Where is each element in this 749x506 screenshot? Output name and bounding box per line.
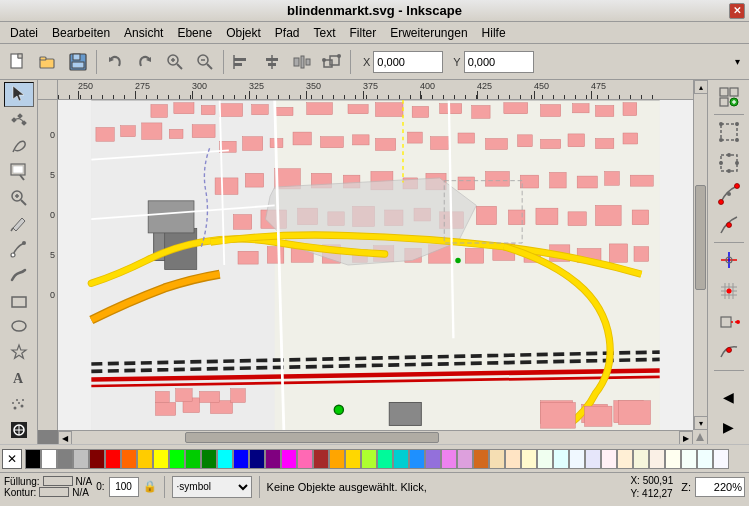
color-swatch-item[interactable]: [601, 449, 617, 469]
zoom-input[interactable]: [695, 477, 745, 497]
color-swatch-item[interactable]: [393, 449, 409, 469]
scroll-left-arrow[interactable]: ◀: [58, 431, 72, 444]
style-select[interactable]: ·symbol: [172, 476, 252, 498]
pen-tool[interactable]: [4, 237, 34, 262]
color-swatch-item[interactable]: [233, 449, 249, 469]
scroll-horizontal-thumb[interactable]: [185, 432, 439, 443]
color-swatch-item[interactable]: [25, 449, 41, 469]
color-swatch-item[interactable]: [409, 449, 425, 469]
color-swatch-item[interactable]: [441, 449, 457, 469]
snap-curve-button[interactable]: [712, 338, 746, 368]
color-swatch-item[interactable]: [73, 449, 89, 469]
snap-enable-button[interactable]: [712, 82, 746, 112]
color-swatch-item[interactable]: [137, 449, 153, 469]
zoom-in-toolbar[interactable]: [161, 48, 189, 76]
color-swatch-item[interactable]: [473, 449, 489, 469]
color-swatch-item[interactable]: [89, 449, 105, 469]
tweak-tool[interactable]: [4, 134, 34, 159]
zoom-out-toolbar[interactable]: [191, 48, 219, 76]
undo-button[interactable]: [101, 48, 129, 76]
color-swatch-item[interactable]: [665, 449, 681, 469]
coord-x-input[interactable]: [373, 51, 443, 73]
expand-left-button[interactable]: ◀: [712, 382, 746, 412]
color-swatch-item[interactable]: [457, 449, 473, 469]
snap-node-button[interactable]: [712, 179, 746, 209]
menu-bearbeiten[interactable]: Bearbeiten: [46, 24, 116, 42]
menu-text[interactable]: Text: [308, 24, 342, 42]
expand-right-button[interactable]: ▶: [712, 412, 746, 442]
map-canvas[interactable]: [58, 100, 693, 430]
horizontal-scrollbar[interactable]: ◀ ▶: [58, 430, 693, 444]
color-swatch-item[interactable]: [713, 449, 729, 469]
close-button[interactable]: ✕: [729, 3, 745, 19]
no-color-button[interactable]: ✕: [2, 449, 22, 469]
zoom-tool[interactable]: [4, 159, 34, 184]
transform-button[interactable]: [318, 48, 346, 76]
color-swatch-item[interactable]: [329, 449, 345, 469]
opacity-value[interactable]: 100: [109, 477, 139, 497]
node-tool[interactable]: [4, 108, 34, 133]
color-swatch-item[interactable]: [297, 449, 313, 469]
color-swatch-item[interactable]: [585, 449, 601, 469]
color-swatch-item[interactable]: [249, 449, 265, 469]
color-swatch-item[interactable]: [553, 449, 569, 469]
align-center-button[interactable]: [258, 48, 286, 76]
menu-pfad[interactable]: Pfad: [269, 24, 306, 42]
rect-tool[interactable]: [4, 288, 34, 313]
ellipse-tool[interactable]: [4, 314, 34, 339]
star-tool[interactable]: [4, 340, 34, 365]
snap-node2-button[interactable]: [712, 210, 746, 240]
scroll-vertical-thumb[interactable]: [695, 185, 706, 290]
snap-bbox2-button[interactable]: [712, 148, 746, 178]
color-swatch-item[interactable]: [57, 449, 73, 469]
color-swatch-item[interactable]: [169, 449, 185, 469]
menu-datei[interactable]: Datei: [4, 24, 44, 42]
color-swatch-item[interactable]: [537, 449, 553, 469]
scroll-up-arrow[interactable]: ▴: [694, 80, 707, 94]
color-swatch-item[interactable]: [361, 449, 377, 469]
align-left-button[interactable]: [228, 48, 256, 76]
color-swatch-item[interactable]: [281, 449, 297, 469]
distribute-button[interactable]: [288, 48, 316, 76]
vertical-scrollbar[interactable]: ▴ ▾: [693, 80, 707, 430]
color-swatch-item[interactable]: [121, 449, 137, 469]
color-swatch-item[interactable]: [105, 449, 121, 469]
coord-y-input[interactable]: [464, 51, 534, 73]
color-swatch-item[interactable]: [185, 449, 201, 469]
color-swatch-item[interactable]: [153, 449, 169, 469]
menu-filter[interactable]: Filter: [344, 24, 383, 42]
menu-erweiterungen[interactable]: Erweiterungen: [384, 24, 473, 42]
spray-tool[interactable]: [4, 391, 34, 416]
pencil-tool[interactable]: [4, 211, 34, 236]
save-button[interactable]: [64, 48, 92, 76]
color-swatch-item[interactable]: [377, 449, 393, 469]
fill-swatch[interactable]: [43, 476, 73, 486]
menu-ansicht[interactable]: Ansicht: [118, 24, 169, 42]
calligraphy-tool[interactable]: [4, 262, 34, 287]
color-swatch-item[interactable]: [569, 449, 585, 469]
fill-dropper-tool[interactable]: [4, 417, 34, 442]
color-swatch-item[interactable]: [313, 449, 329, 469]
menu-objekt[interactable]: Objekt: [220, 24, 267, 42]
color-swatch-item[interactable]: [41, 449, 57, 469]
color-swatch-item[interactable]: [505, 449, 521, 469]
color-swatch-item[interactable]: [217, 449, 233, 469]
menu-ebene[interactable]: Ebene: [171, 24, 218, 42]
new-button[interactable]: [4, 48, 32, 76]
select-tool[interactable]: [4, 82, 34, 107]
toolbar-expand-button[interactable]: ▾: [729, 48, 745, 76]
lock-icon[interactable]: 🔒: [143, 480, 157, 493]
color-swatch-item[interactable]: [649, 449, 665, 469]
text-tool[interactable]: A: [4, 366, 34, 391]
color-swatch-item[interactable]: [617, 449, 633, 469]
snap-bbox-button[interactable]: [712, 117, 746, 147]
color-swatch-item[interactable]: [425, 449, 441, 469]
snap-ext-button[interactable]: [712, 307, 746, 337]
color-swatch-item[interactable]: [521, 449, 537, 469]
kontur-swatch[interactable]: [39, 487, 69, 497]
redo-button[interactable]: [131, 48, 159, 76]
color-swatch-item[interactable]: [201, 449, 217, 469]
canvas-container[interactable]: 250275300325350375400425450475 05050 ▴ ▾…: [38, 80, 707, 444]
color-swatch-item[interactable]: [697, 449, 713, 469]
color-swatch-item[interactable]: [681, 449, 697, 469]
